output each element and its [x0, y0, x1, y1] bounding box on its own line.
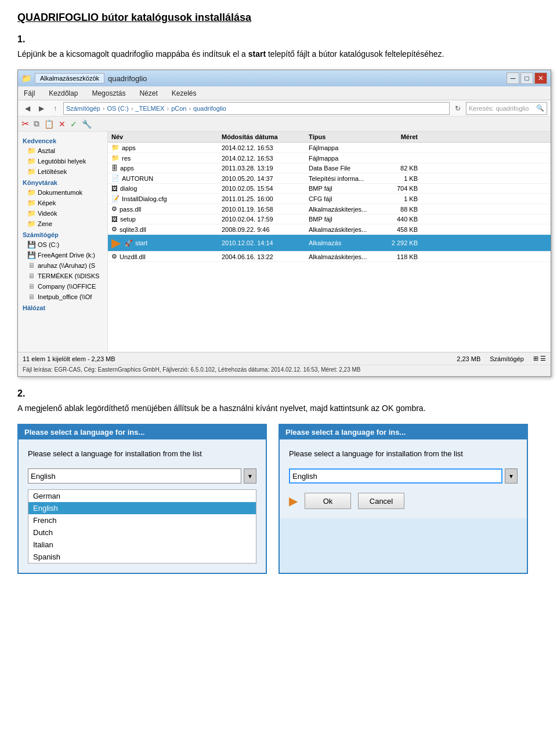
folder-icon: 📁 — [27, 209, 35, 217]
menu-manage[interactable]: Kezelés — [169, 88, 199, 99]
ok-button[interactable]: Ok — [305, 493, 351, 509]
file-date: 2014.02.12. 16:53 — [218, 144, 305, 151]
up-button[interactable]: ↑ — [49, 103, 61, 114]
sidebar-item-termekek[interactable]: 🖥TERMÉKEK (\\DISKS — [18, 271, 107, 281]
file-row[interactable]: 🖼 setup2010.02.04. 17:59BMP fájl440 KB — [108, 215, 551, 224]
search-box[interactable]: Keresés: quadrifoglio 🔍 — [466, 102, 547, 115]
col-header-date[interactable]: Módosítás dátuma — [218, 133, 305, 140]
sidebar-item-documents[interactable]: 📁Dokumentumok — [18, 187, 107, 198]
file-row[interactable]: 📝 InstallDialog.cfg2011.01.25. 16:00CFG … — [108, 194, 551, 204]
address-bar[interactable]: Számítógép › OS (C:) › _TELMEX › pCon › … — [63, 102, 450, 115]
dialog-right-select-display[interactable]: English — [289, 468, 502, 484]
sidebar-item-company[interactable]: 🖥Company (\\OFFICE — [18, 281, 107, 292]
file-name: ⚙ pass.dll — [108, 205, 218, 213]
cancel-button[interactable]: Cancel — [358, 493, 404, 509]
dropdown-item-spanish[interactable]: Spanish — [28, 551, 256, 563]
address-telmex[interactable]: _TELMEX — [135, 105, 164, 112]
address-c[interactable]: OS (C:) — [107, 105, 128, 112]
dropdown-item-dutch[interactable]: Dutch — [28, 526, 256, 539]
file-row[interactable]: ▶🚀 start2010.12.02. 14:14Alkalmazás2 292… — [108, 235, 551, 252]
file-name: 📄 AUTORUN — [108, 175, 218, 182]
sidebar-item-pictures[interactable]: 📁Képek — [18, 198, 107, 208]
address-pcon[interactable]: pCon — [171, 105, 186, 112]
file-date: 2010.12.02. 14:14 — [218, 239, 305, 246]
file-row[interactable]: 📄 AUTORUN2010.05.20. 14:37Telepítési inf… — [108, 173, 551, 184]
file-name-text: dialog — [120, 185, 137, 192]
ribbon-tab-active[interactable]: Alkalmazáseszközök — [35, 73, 104, 83]
check-icon[interactable]: ✓ — [70, 119, 77, 129]
sidebar-item-downloads[interactable]: 📁Letöltések — [18, 166, 107, 177]
sidebar-item-videos[interactable]: 📁Videók — [18, 208, 107, 219]
forward-button[interactable]: ▶ — [35, 103, 47, 114]
file-row[interactable]: 📁 res2014.02.12. 16:53Fájlmappa — [108, 153, 551, 163]
properties-icon[interactable]: 🔧 — [82, 119, 92, 129]
file-name-text: start — [135, 239, 147, 246]
dropdown-item-german[interactable]: German — [28, 490, 256, 502]
file-row[interactable]: ⚙ Unzdll.dll2004.06.16. 13:22Alkalmazásk… — [108, 252, 551, 262]
refresh-button[interactable]: ↻ — [452, 103, 464, 114]
file-row[interactable]: ⚙ pass.dll2010.01.19. 16:58Alkalmazáskit… — [108, 204, 551, 215]
col-header-size[interactable]: Méret — [381, 133, 421, 140]
file-date: 2010.01.19. 16:58 — [218, 206, 305, 213]
file-date: 2010.02.05. 15:54 — [218, 185, 305, 192]
view-icons[interactable]: ⊞ ☰ — [533, 355, 546, 362]
copy-icon[interactable]: ⧉ — [34, 119, 39, 129]
dialog-buttons: ▶ Ok Cancel — [289, 493, 518, 509]
sidebar-item-osc[interactable]: 💾OS (C:) — [18, 239, 107, 250]
file-icon: ⚙ — [111, 253, 117, 260]
paste-icon[interactable]: 📋 — [44, 119, 54, 129]
sidebar-item-recent[interactable]: 📁Legutóbbi helyek — [18, 156, 107, 166]
col-header-type[interactable]: Típus — [305, 133, 381, 140]
file-icon: ⚙ — [111, 226, 117, 233]
file-name-text: res — [122, 155, 131, 162]
address-quadrifoglio[interactable]: quadrifoglio — [193, 105, 226, 112]
dropdown-arrow-left[interactable]: ▼ — [244, 468, 256, 484]
col-header-name[interactable]: Név — [108, 133, 218, 140]
sidebar-item-asztal[interactable]: 📁Asztal — [18, 146, 107, 156]
dialog-right-select-row: English ▼ — [289, 468, 518, 484]
titlebar-controls: ─ □ ✕ — [507, 72, 547, 84]
dropdown-item-french[interactable]: French — [28, 514, 256, 526]
dialog-left-select-display[interactable]: English — [28, 468, 241, 484]
file-name-text: sqlite3.dll — [120, 226, 146, 233]
dialog-arrow-icon: ▶ — [289, 494, 298, 508]
file-type: Fájlmappa — [305, 144, 381, 151]
file-type: Alkalmazáskiterjes... — [305, 206, 381, 213]
file-row[interactable]: 🖼 dialog2010.02.05. 15:54BMP fájl704 KB — [108, 184, 551, 194]
menu-view[interactable]: Nézet — [137, 88, 160, 99]
drive-icon: 🖥 — [27, 272, 35, 280]
close-button[interactable]: ✕ — [534, 72, 547, 84]
delete-icon[interactable]: ✕ — [59, 119, 66, 129]
file-row[interactable]: 🗄 apps2011.03.28. 13:19Data Base File82 … — [108, 163, 551, 173]
maximize-button[interactable]: □ — [520, 72, 533, 84]
file-name: 📁 res — [108, 154, 218, 162]
dialogs-row: Please select a language for ins... Plea… — [17, 424, 540, 574]
sidebar-item-aruhaz[interactable]: 🖥aruhaz (\\Aruhaz) (S — [18, 260, 107, 271]
file-name: 🗄 apps — [108, 165, 218, 172]
minimize-button[interactable]: ─ — [507, 72, 519, 84]
file-icon: ⚙ — [111, 205, 117, 213]
file-size: 458 KB — [381, 226, 421, 233]
dropdown-item-english[interactable]: English — [28, 502, 256, 514]
folder-icon: 📁 — [27, 168, 35, 176]
menu-file[interactable]: Fájl — [21, 88, 37, 99]
file-icon: 🖼 — [111, 216, 118, 223]
file-name-text: Unzdll.dll — [120, 253, 146, 260]
menu-share[interactable]: Megosztás — [89, 88, 128, 99]
file-size: 88 KB — [381, 206, 421, 213]
cut-icon[interactable]: ✂ — [21, 118, 29, 129]
file-row[interactable]: ⚙ sqlite3.dll2008.09.22. 9:46Alkalmazásk… — [108, 224, 551, 235]
dropdown-arrow-right[interactable]: ▼ — [505, 468, 518, 484]
back-button[interactable]: ◀ — [21, 103, 33, 114]
sidebar-item-freeagent[interactable]: 💾FreeAgent Drive (k:) — [18, 250, 107, 260]
file-name-text: AUTORUN — [122, 175, 153, 182]
menu-home[interactable]: Kezdőlap — [46, 88, 80, 99]
sidebar-item-inetpub[interactable]: 🖥Inetpub_office (\\Of — [18, 292, 107, 302]
sidebar-item-music[interactable]: 📁Zene — [18, 219, 107, 229]
step1-bold: start — [248, 49, 266, 59]
file-row[interactable]: 📁 apps2014.02.12. 16:53Fájlmappa — [108, 143, 551, 153]
address-computer[interactable]: Számítógép — [66, 105, 100, 112]
file-name-text: apps — [122, 144, 136, 151]
file-name-text: apps — [120, 165, 134, 172]
dropdown-item-italian[interactable]: Italian — [28, 539, 256, 551]
